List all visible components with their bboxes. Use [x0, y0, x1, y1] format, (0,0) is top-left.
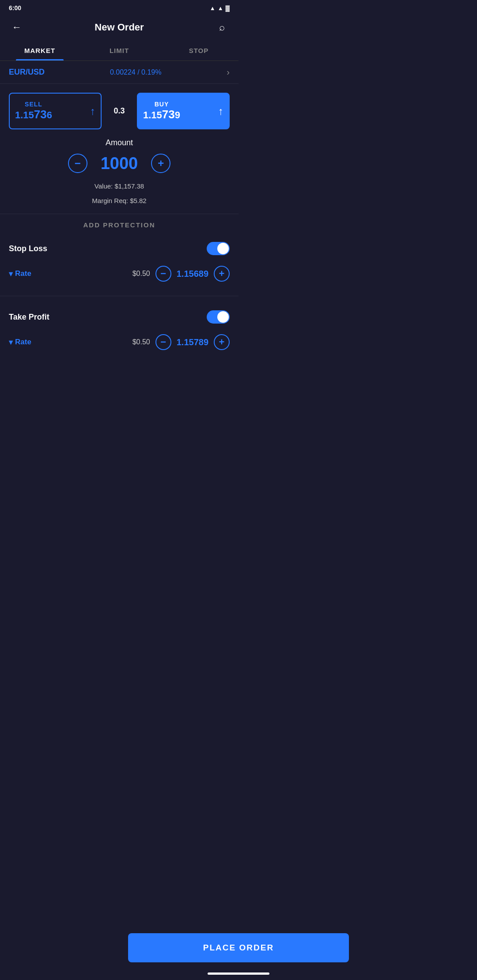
- buy-label: BUY: [143, 101, 180, 108]
- take-profit-section: Take Profit ▾ Rate $0.50 − 1.15789 +: [0, 303, 238, 357]
- stop-loss-rate-label[interactable]: ▾ Rate: [9, 269, 31, 279]
- page-title: New Order: [25, 22, 214, 33]
- tab-market[interactable]: MARKET: [0, 41, 80, 60]
- stop-loss-toggle[interactable]: [207, 242, 230, 255]
- stop-loss-title: Stop Loss: [9, 244, 47, 253]
- take-profit-rate-text: Rate: [15, 338, 31, 347]
- stop-loss-section: Stop Loss ▾ Rate $0.50 − 1.15689 +: [0, 235, 238, 289]
- header: ← New Order ⌕: [0, 14, 238, 41]
- currency-change: 0.00224 / 0.19%: [110, 68, 162, 76]
- take-profit-chevron-icon: ▾: [9, 338, 13, 347]
- amount-section: Amount − 1000 + Value: $1,157.38 Margin …: [0, 134, 238, 207]
- margin-req: Margin Req: $5.82: [9, 195, 230, 207]
- sell-price: 1.15736: [15, 108, 52, 121]
- take-profit-rate-label[interactable]: ▾ Rate: [9, 338, 31, 347]
- sell-label: SELL: [15, 101, 52, 108]
- protection-label: ADD PROTECTION: [0, 221, 238, 235]
- amount-value: 1000: [101, 154, 138, 173]
- take-profit-rate-value: 1.15789: [177, 337, 208, 347]
- take-profit-increase-button[interactable]: +: [214, 334, 230, 350]
- buy-button[interactable]: BUY 1.15739 ↑: [137, 93, 230, 129]
- buy-price: 1.15739: [143, 108, 180, 121]
- back-button[interactable]: ←: [9, 22, 25, 33]
- currency-pair: EUR/USD: [9, 68, 45, 77]
- status-bar: 6:00 ▲ ▲ ▓: [0, 0, 238, 14]
- battery-icon: ▓: [226, 5, 230, 11]
- spread-value: 0.3: [110, 106, 128, 116]
- buy-sell-section: SELL 1.15736 ↑ 0.3 BUY 1.15739 ↑: [0, 84, 238, 134]
- divider-1: [0, 214, 238, 214]
- amount-increase-button[interactable]: +: [151, 154, 170, 173]
- stop-loss-decrease-button[interactable]: −: [155, 266, 171, 282]
- status-time: 6:00: [9, 4, 21, 11]
- amount-label: Amount: [9, 138, 230, 147]
- stop-loss-increase-button[interactable]: +: [214, 266, 230, 282]
- sell-button[interactable]: SELL 1.15736 ↑: [9, 93, 102, 129]
- status-icons: ▲ ▲ ▓: [210, 5, 230, 11]
- take-profit-decrease-button[interactable]: −: [155, 334, 171, 350]
- buy-up-arrow-icon: ↑: [218, 105, 223, 117]
- take-profit-toggle[interactable]: [207, 310, 230, 324]
- take-profit-header: Take Profit: [9, 310, 230, 324]
- amount-decrease-button[interactable]: −: [68, 154, 87, 173]
- search-button[interactable]: ⌕: [214, 22, 230, 33]
- stop-loss-rate-text: Rate: [15, 269, 31, 278]
- tab-stop[interactable]: STOP: [159, 41, 238, 60]
- tabs: MARKET LIMIT STOP: [0, 41, 238, 61]
- stop-loss-chevron-icon: ▾: [9, 269, 13, 279]
- signal-icon: ▲: [218, 5, 223, 11]
- stop-loss-rate-value: 1.15689: [177, 269, 208, 279]
- stop-loss-header: Stop Loss: [9, 242, 230, 255]
- currency-row[interactable]: EUR/USD 0.00224 / 0.19% ›: [0, 61, 238, 84]
- stop-loss-rate-row: ▾ Rate $0.50 − 1.15689 +: [9, 261, 230, 289]
- tab-limit[interactable]: LIMIT: [80, 41, 159, 60]
- amount-control: − 1000 +: [9, 154, 230, 173]
- wifi-icon: ▲: [210, 5, 216, 11]
- stop-loss-dollar-value: $0.50: [132, 270, 150, 278]
- currency-arrow-icon: ›: [227, 67, 230, 77]
- value-info: Value: $1,157.38: [9, 180, 230, 192]
- take-profit-rate-row: ▾ Rate $0.50 − 1.15789 +: [9, 330, 230, 357]
- take-profit-title: Take Profit: [9, 313, 49, 322]
- take-profit-dollar-value: $0.50: [132, 338, 150, 346]
- sell-up-arrow-icon: ↑: [90, 105, 95, 117]
- divider-2: [0, 296, 238, 296]
